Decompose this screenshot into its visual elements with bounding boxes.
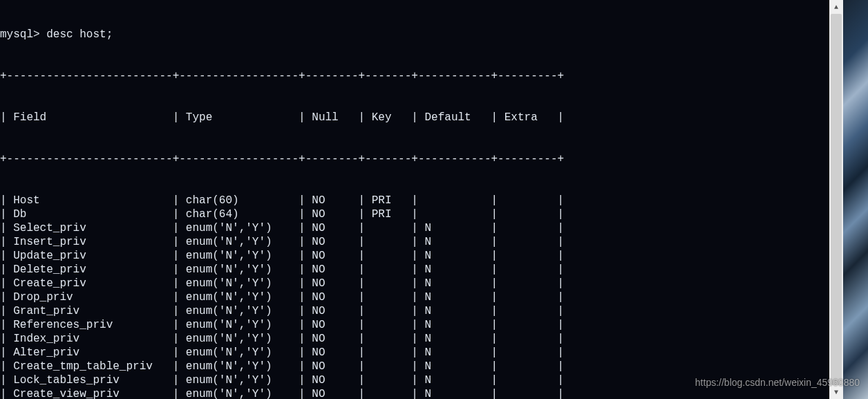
scroll-track[interactable] <box>829 14 843 385</box>
table-sep-top: +-------------------------+-------------… <box>0 69 829 83</box>
table-row: | Index_priv | enum('N','Y') | NO | | N … <box>0 332 829 346</box>
desktop-wallpaper-strip <box>843 0 868 399</box>
prompt-line[interactable]: mysql> desc host; <box>0 28 829 41</box>
table-row: | Host | char(60) | NO | PRI | | | <box>0 194 829 207</box>
table-row: | Insert_priv | enum('N','Y') | NO | | N… <box>0 235 829 249</box>
terminal-output: mysql> desc host; +---------------------… <box>0 0 829 399</box>
table-row: | Drop_priv | enum('N','Y') | NO | | N |… <box>0 290 829 304</box>
table-row: | Db | char(64) | NO | PRI | | | <box>0 207 829 221</box>
table-row: | Create_tmp_table_priv | enum('N','Y') … <box>0 360 829 373</box>
scrollbar[interactable]: ▲ ▼ <box>829 0 843 399</box>
table-row: | Delete_priv | enum('N','Y') | NO | | N… <box>0 263 829 277</box>
table-row: | Create_priv | enum('N','Y') | NO | | N… <box>0 277 829 290</box>
command: desc host; <box>46 28 113 41</box>
table-row: | Grant_priv | enum('N','Y') | NO | | N … <box>0 304 829 318</box>
watermark-text: https://blog.csdn.net/weixin_45960880 <box>695 377 860 388</box>
table-row: | Create_view_priv | enum('N','Y') | NO … <box>0 387 829 399</box>
scroll-up-icon[interactable]: ▲ <box>829 0 843 14</box>
table-row: | References_priv | enum('N','Y') | NO |… <box>0 318 829 332</box>
table-row: | Alter_priv | enum('N','Y') | NO | | N … <box>0 346 829 360</box>
table-header-row: | Field | Type | Null | Key | Default | … <box>0 111 829 124</box>
prompt: mysql> <box>0 28 40 41</box>
table-sep-mid: +-------------------------+-------------… <box>0 152 829 166</box>
table-row: | Update_priv | enum('N','Y') | NO | | N… <box>0 249 829 263</box>
table-row: | Select_priv | enum('N','Y') | NO | | N… <box>0 221 829 235</box>
scroll-thumb[interactable] <box>831 14 842 385</box>
